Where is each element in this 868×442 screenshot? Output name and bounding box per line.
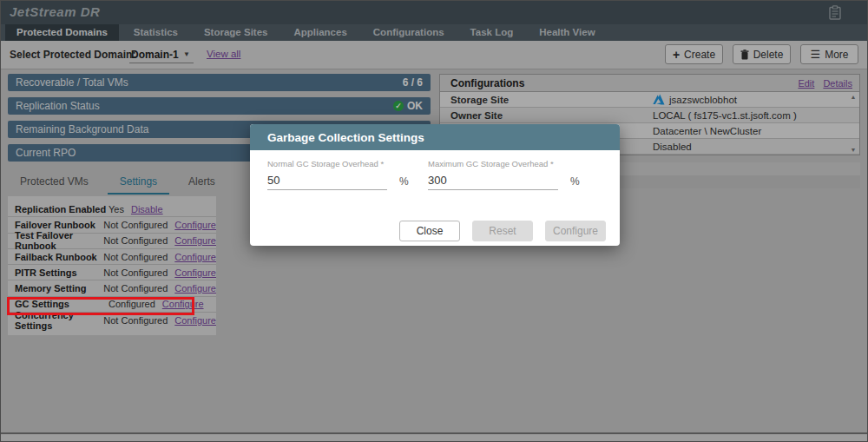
close-button[interactable]: Close xyxy=(399,221,460,241)
percent-unit: % xyxy=(399,175,409,190)
reset-button: Reset xyxy=(472,221,533,241)
maximum-gc-overhead-input[interactable] xyxy=(428,172,558,190)
configure-button: Configure xyxy=(545,221,606,241)
app-window: JetStream DR Protected Domains Statistic… xyxy=(0,0,868,442)
dialog-title: Garbage Collection Settings xyxy=(267,131,424,144)
normal-gc-overhead-input[interactable] xyxy=(267,172,387,190)
gc-settings-highlight-box xyxy=(7,297,194,315)
garbage-collection-dialog: Garbage Collection Settings Normal GC St… xyxy=(250,124,620,246)
field-label: Maximum GC Storage Overhead * xyxy=(428,159,580,168)
field-label: Normal GC Storage Overhead * xyxy=(267,159,409,168)
normal-gc-overhead-field: Normal GC Storage Overhead * % xyxy=(267,159,409,190)
dialog-header: Garbage Collection Settings xyxy=(250,124,620,150)
percent-unit: % xyxy=(570,175,580,190)
maximum-gc-overhead-field: Maximum GC Storage Overhead * % xyxy=(428,159,580,190)
